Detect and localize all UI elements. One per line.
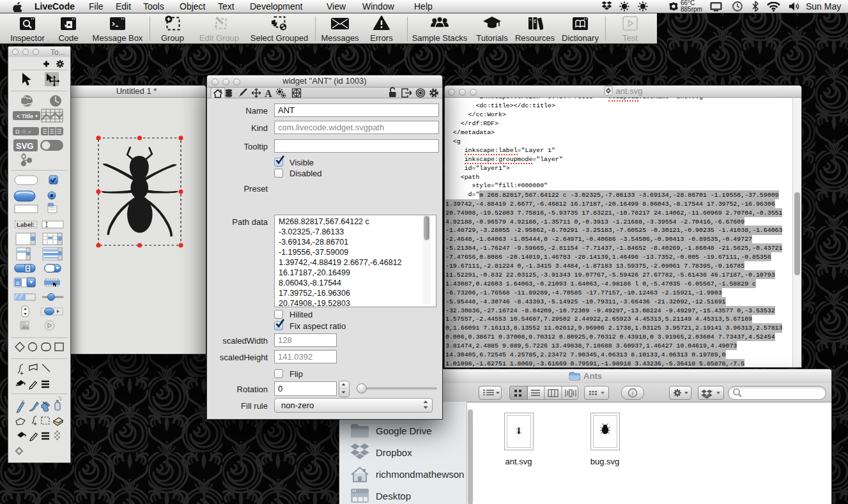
svg-text:Ω ☆ ⌕: Ω ☆ ⌕ (15, 128, 31, 135)
svg-text:SVG: SVG (16, 141, 33, 151)
svg-text:Label:: Label: (17, 221, 35, 228)
svg-text:s: s (534, 19, 536, 24)
svg-text:< Title +: < Title + (17, 113, 38, 119)
svg-text:a: a (16, 280, 19, 286)
svg-text:To...: To... (50, 48, 65, 57)
svg-text:i: i (632, 390, 634, 397)
svg-text:A: A (265, 88, 272, 99)
